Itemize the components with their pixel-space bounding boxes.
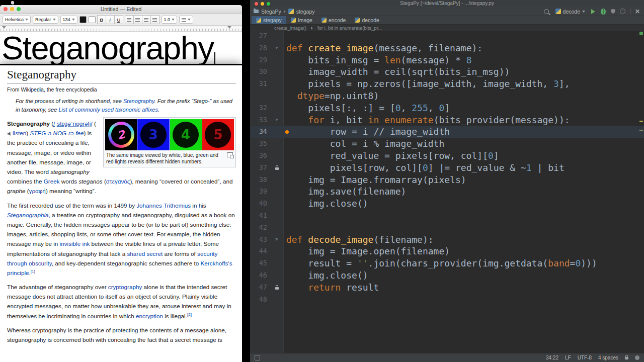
steganography-image[interactable]: 2 3 4 5 (105, 119, 234, 150)
error-stripe-mark[interactable] (639, 121, 643, 122)
underline-button[interactable]: U (114, 15, 123, 24)
wiki-link[interactable]: [2] (187, 312, 192, 317)
wiki-link[interactable]: γραφή (29, 188, 46, 194)
code-line-41[interactable]: 41 (250, 210, 644, 222)
stop-button[interactable] (635, 9, 639, 14)
text-segment: Steganography (7, 120, 50, 127)
run-button[interactable] (591, 9, 595, 14)
error-stripe-mark[interactable] (639, 130, 643, 131)
list-style-select[interactable] (179, 16, 193, 24)
enlarge-icon[interactable] (227, 152, 233, 157)
speaker-icon[interactable] (8, 131, 12, 136)
caret-position[interactable]: 34:22 (546, 355, 558, 360)
run-configuration-select[interactable]: decode (553, 9, 587, 15)
line-separator[interactable]: LF (565, 355, 571, 360)
align-right-button[interactable] (150, 15, 159, 24)
align-justify-button[interactable] (142, 15, 151, 24)
lock-icon[interactable] (270, 162, 283, 174)
code-line-35[interactable]: 35 col = i % image_width (250, 138, 644, 150)
align-left-button[interactable] (125, 15, 134, 24)
code-line-48[interactable]: 48 (250, 294, 644, 306)
tool-window-toggle-icon[interactable] (255, 355, 260, 360)
document-area[interactable]: Steganography (0, 32, 242, 64)
inspections-profile-icon[interactable] (635, 355, 639, 360)
font-family-select[interactable]: Helvetica (3, 16, 31, 24)
nav-project[interactable]: StegaPy (261, 9, 281, 15)
code-line-31[interactable]: 31 pixels = np.zeros([image_width, image… (250, 78, 644, 90)
chevron-down-icon (53, 19, 56, 21)
wiki-link[interactable]: encryption (136, 313, 163, 319)
editor-tab-stegapy[interactable]: stegapy (252, 16, 286, 24)
search-icon[interactable] (544, 9, 549, 14)
lock-icon[interactable] (625, 357, 628, 359)
document-color-well[interactable] (89, 16, 96, 23)
coverage-button[interactable] (611, 9, 615, 14)
wiki-link[interactable]: cryptography (108, 284, 142, 290)
wiki-link[interactable]: Stenography (123, 98, 154, 104)
fold-icon[interactable] (270, 42, 283, 54)
fold-icon[interactable] (270, 114, 283, 126)
code-line-29[interactable]: 29 bits_in_msg = len(message) * 8 (250, 54, 644, 66)
code-line-32[interactable]: 32 pixels[:, :] = [0, 255, 0] (250, 102, 644, 114)
text-color-well[interactable] (79, 16, 87, 23)
italic-button[interactable]: I (106, 15, 115, 24)
code-line-34[interactable]: 34 row = i // image_width (250, 126, 644, 138)
lock-icon[interactable] (270, 282, 283, 294)
bold-button[interactable]: B (97, 15, 106, 24)
code-line-37[interactable]: 37 pixels[row, col][0] |= red_value & ~1… (250, 162, 644, 174)
line-spacing-select[interactable]: 1.0 (162, 16, 178, 24)
close-button[interactable] (4, 7, 8, 11)
code-line-40[interactable]: 40 img.close() (250, 198, 644, 210)
code-line-43[interactable]: 43def decode_image(filename): (250, 234, 644, 246)
nav-module[interactable]: stegapy (296, 9, 315, 15)
font-style-select[interactable]: Regular (33, 16, 58, 24)
file-encoding[interactable]: UTF-8 (578, 355, 592, 360)
code-line-33[interactable]: 33 for i, bit in enumerate(bits_provider… (250, 114, 644, 126)
code-text: pixels = np.zeros([image_width, image_wi… (283, 78, 570, 90)
code-editor[interactable]: 2728def create_image(message, filename):… (250, 30, 644, 353)
debug-button[interactable] (601, 9, 606, 15)
wiki-link[interactable]: STEG-ə-NOG-rə-fee (30, 130, 84, 136)
code-line-47[interactable]: 47 return result (250, 282, 644, 294)
wiki-link[interactable]: [1] (31, 269, 35, 274)
code-line-wrap[interactable]: dtype=np.uint8) (250, 90, 644, 102)
wiki-link[interactable]: shared secret (127, 250, 163, 257)
code-line-27[interactable]: 27 (250, 30, 644, 42)
close-button[interactable] (255, 2, 258, 6)
code-line-44[interactable]: 44 img = Image.open(filename) (250, 245, 644, 257)
wiki-link[interactable]: Steganographia (7, 212, 49, 218)
editor-tab-decode[interactable]: decode (350, 16, 383, 24)
indent-marker-right[interactable] (227, 26, 231, 29)
code-line-42[interactable]: 42 (250, 222, 644, 234)
code-line-39[interactable]: 39 img.save(filename) (250, 186, 644, 198)
wiki-link[interactable]: Greek (44, 178, 60, 185)
textedit-titlebar[interactable]: Untitled — Edited (0, 5, 242, 14)
minimize-button[interactable] (10, 7, 14, 11)
fold-icon[interactable] (270, 234, 283, 246)
profiler-button[interactable] (620, 9, 625, 14)
indent-style[interactable]: 4 spaces (598, 355, 618, 360)
font-size-select[interactable]: 134 (60, 16, 77, 24)
wiki-link[interactable]: invisible ink (60, 240, 90, 247)
wiki-link[interactable]: listen (13, 130, 26, 136)
ruler[interactable] (0, 26, 242, 32)
editor-tab-Image[interactable]: Image (286, 16, 317, 24)
code-line-46[interactable]: 46 img.close() (250, 269, 644, 282)
align-center-button[interactable] (133, 15, 142, 24)
editor-tab-encode[interactable]: encode (317, 16, 350, 24)
inspection-status-icon[interactable] (639, 32, 643, 35)
zoom-button[interactable] (17, 7, 21, 11)
pycharm-titlebar[interactable]: StegaPy [~/devel/StegaPy] - .../stegapy.… (250, 0, 644, 7)
wiki-link[interactable]: List of commonly used taxonomic affixes (58, 107, 157, 113)
code-line-38[interactable]: 38 img = Image.fromarray(pixels) (250, 174, 644, 186)
minimize-button[interactable] (261, 2, 264, 6)
wiki-link[interactable]: στεγανός (106, 178, 130, 185)
indent-marker-left[interactable] (2, 26, 6, 29)
code-line-36[interactable]: 36 red_value = pixels[row, col][0] (250, 150, 644, 162)
apple-menu-icon[interactable] (11, 1, 14, 5)
wiki-link[interactable]: Johannes Trithemius (136, 202, 191, 209)
code-line-28[interactable]: 28def create_image(message, filename): (250, 42, 644, 54)
code-line-45[interactable]: 45 result = ''.join(chars_provider(img.g… (250, 257, 644, 269)
zoom-button[interactable] (267, 2, 270, 6)
code-line-30[interactable]: 30 image_width = ceil(sqrt(bits_in_msg)) (250, 66, 644, 78)
